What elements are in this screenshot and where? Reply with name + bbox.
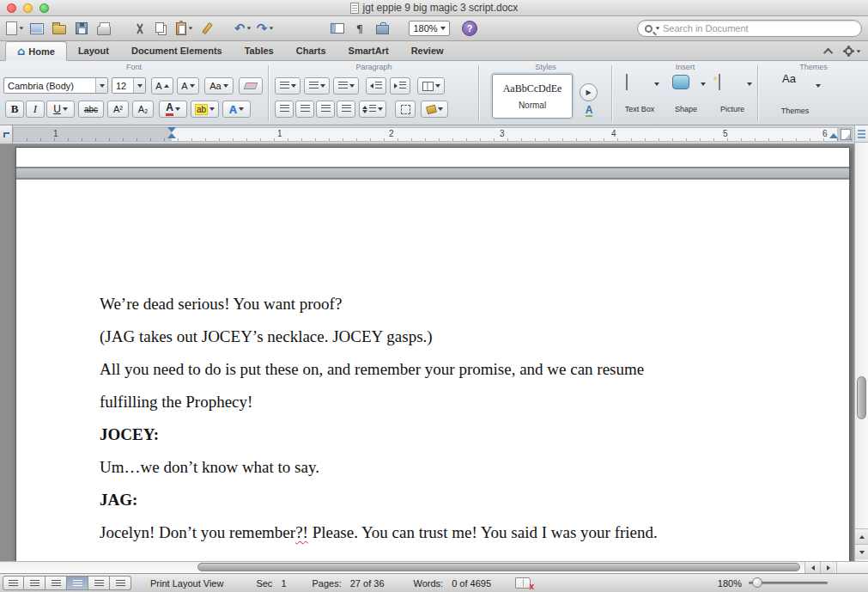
shrink-font-button[interactable]: A [177,77,199,95]
paragraph[interactable]: Jocelyn! Don’t you remember?! Please. Yo… [100,516,814,549]
search-input[interactable] [663,23,854,34]
toggle-ruler-button[interactable] [855,125,868,143]
help-button[interactable]: ? [462,21,477,36]
align-left-button[interactable] [275,101,294,118]
paragraph[interactable]: JAG: [100,484,814,516]
bulleted-list-button[interactable] [275,77,300,95]
strikethrough-button[interactable]: abc [78,101,104,118]
outline-view-button[interactable] [24,576,46,590]
tab-charts[interactable]: Charts [285,41,337,60]
tab-home[interactable]: ⌂Home [5,41,67,61]
vertical-scroll-thumb[interactable] [857,376,866,419]
open-button[interactable] [49,18,70,39]
multilevel-list-button[interactable] [333,77,359,95]
scroll-left-button[interactable] [804,562,820,573]
focus-view-button[interactable] [110,576,131,590]
align-right-button[interactable] [316,101,335,118]
text-effects-button[interactable]: A [222,101,251,118]
save-button[interactable] [71,18,92,39]
clear-formatting-button[interactable] [239,77,263,95]
new-document-button[interactable] [4,18,25,39]
pages-value[interactable]: 27 of 36 [350,578,385,589]
toolbox-button[interactable] [372,18,392,39]
vertical-scrollbar[interactable] [854,125,868,561]
right-indent-marker[interactable] [829,133,838,138]
font-size-combobox[interactable]: 12 [112,77,146,94]
grow-font-button[interactable]: A [151,77,173,95]
italic-button[interactable]: I [26,101,45,118]
document-page[interactable]: We’re dead serious! You want proof? (JAG… [15,147,850,561]
subscript-button[interactable]: A₂ [132,101,154,118]
undo-button[interactable]: ↶ [233,18,253,39]
zoom-window-button[interactable] [39,3,49,13]
notebook-layout-view-button[interactable] [88,576,110,590]
numbered-list-button[interactable] [304,77,330,95]
underline-button[interactable]: U [46,101,75,118]
paragraph[interactable]: We’re dead serious! You want proof? [100,288,814,320]
zoom-slider[interactable] [749,582,828,584]
words-label[interactable]: Words: [414,578,444,589]
zoom-combobox[interactable]: 180% [409,21,450,36]
minimize-window-button[interactable] [23,3,33,13]
spelling-status-icon[interactable]: x [515,577,531,589]
manage-styles-button[interactable]: A [581,104,597,118]
align-center-button[interactable] [295,101,314,118]
words-value[interactable]: 0 of 4695 [452,578,491,589]
paste-button[interactable] [174,18,195,39]
highlight-button[interactable]: ab [191,101,219,118]
cut-button[interactable] [130,18,150,39]
tab-document-elements[interactable]: Document Elements [120,41,234,60]
paragraph[interactable]: All you need to do is put these on, and … [100,353,814,418]
increase-indent-button[interactable] [390,77,410,95]
styles-gallery-expander-button[interactable]: ▶ [580,83,598,101]
publishing-layout-view-button[interactable] [46,576,67,590]
multilevel-list-icon [338,82,348,90]
change-case-button[interactable]: Aa [204,77,234,95]
paragraph[interactable]: (JAG takes out JOCEY’s necklace. JOCEY g… [100,320,814,353]
redo-button[interactable]: ↷ [255,18,276,39]
font-name-combobox[interactable]: Cambria (Body) [3,77,108,94]
search-field[interactable] [637,20,862,37]
borders-button[interactable] [395,101,416,118]
tab-smartart[interactable]: SmartArt [337,41,400,60]
columns-button[interactable] [417,77,445,95]
text-box-button[interactable]: Text Box [616,72,663,120]
indent-marker[interactable] [167,127,176,138]
horizontal-ruler[interactable]: 1 1 2 3 4 5 6 [0,125,868,144]
print-button[interactable] [94,18,114,39]
print-layout-view-button[interactable] [67,576,88,590]
draft-view-button[interactable] [3,576,24,590]
tab-layout[interactable]: Layout [67,41,120,60]
close-window-button[interactable] [7,3,16,13]
horizontal-scrollbar[interactable] [0,561,868,573]
sidebar-button[interactable] [327,18,348,39]
shape-button[interactable]: Shape [663,72,709,120]
paragraph[interactable]: Um…we don’t know what to say. [100,451,814,484]
scroll-up-button[interactable] [855,528,868,544]
zoom-slider-thumb[interactable] [752,577,762,588]
themes-button[interactable]: Aa Themes [768,72,822,120]
shading-button[interactable] [421,101,448,118]
horizontal-scroll-thumb[interactable] [197,563,800,571]
decrease-indent-button[interactable] [366,77,386,95]
font-color-button[interactable]: A [159,101,187,118]
justify-button[interactable] [337,101,355,118]
paragraph[interactable]: JOCEY: [100,418,814,451]
ribbon-options-button[interactable] [845,47,861,55]
scroll-down-button[interactable] [855,544,868,559]
styles-gallery[interactable]: AaBbCcDdEe Normal [492,74,573,119]
tab-tables[interactable]: Tables [234,41,285,60]
tab-review[interactable]: Review [400,41,455,60]
scroll-right-button[interactable] [820,562,835,573]
format-painter-button[interactable] [197,18,217,39]
superscript-button[interactable]: A² [107,101,129,118]
picture-button[interactable]: Picture [709,72,756,120]
document-gallery-button[interactable] [27,18,47,39]
bold-button[interactable]: B [5,101,24,118]
pages-label[interactable]: Pages: [313,578,342,589]
line-spacing-button[interactable] [359,101,386,118]
collapse-ribbon-button[interactable] [823,47,833,57]
copy-button[interactable] [152,18,173,39]
show-paragraph-marks-button[interactable]: ¶ [349,18,370,39]
tab-selector-button[interactable] [0,125,13,143]
